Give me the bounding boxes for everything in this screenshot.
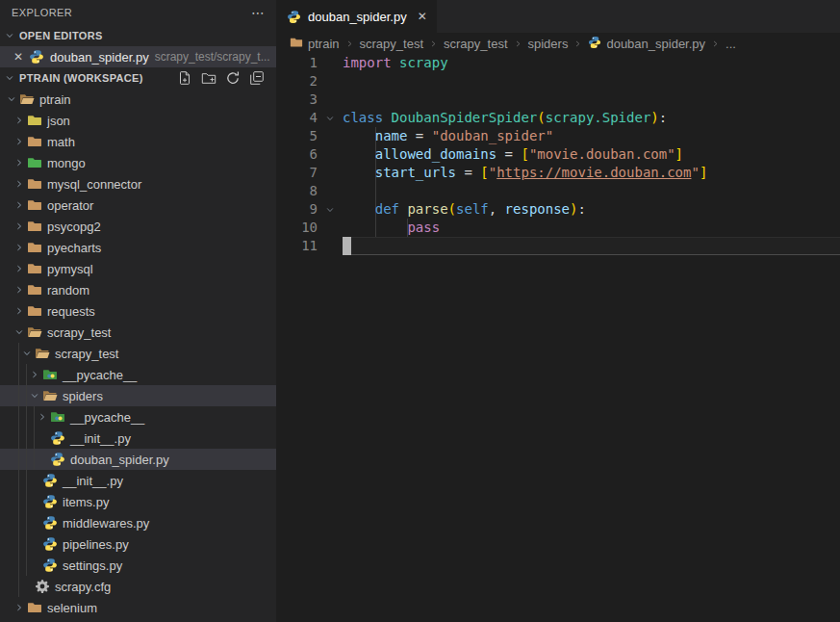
tree-item-pipelines-py[interactable]: pipelines.py (0, 533, 276, 555)
tree-item-operator[interactable]: operator (0, 194, 276, 216)
tree-item-pycache[interactable]: __pycache__ (0, 406, 276, 428)
chevron-down-icon[interactable] (12, 324, 27, 340)
line-content[interactable]: def parse(self, response): (343, 200, 840, 219)
code-line-2[interactable]: 2 (276, 72, 840, 91)
gutter: 8 (276, 182, 343, 200)
line-content[interactable] (343, 182, 840, 200)
code-line-10[interactable]: 10 pass (276, 219, 840, 237)
chevron-right-icon[interactable] (12, 197, 27, 213)
chevron-down-icon[interactable] (19, 346, 35, 361)
code-text: pass (343, 220, 440, 235)
chevron-down-icon[interactable] (27, 388, 42, 403)
tree-item-label: scrapy.cfg (55, 580, 111, 594)
line-content[interactable]: import scrapy (343, 54, 840, 72)
code-line-3[interactable]: 3 (276, 91, 840, 109)
tree-item-requests[interactable]: requests (0, 300, 276, 322)
line-number: 7 (276, 164, 318, 182)
tree-item-scrapy-test[interactable]: scrapy_test (0, 322, 276, 343)
line-content[interactable]: allowed_domains = ["movie.douban.com"] (343, 145, 840, 164)
line-content[interactable] (343, 237, 840, 255)
more-actions-icon[interactable]: ⋯ (251, 5, 265, 20)
tree-item-scrapy-test[interactable]: scrapy_test (0, 343, 276, 364)
chevron-right-icon[interactable] (12, 155, 27, 170)
breadcrumb-label: douban_spider.py (606, 37, 705, 51)
code-line-5[interactable]: 5 name = "douban_spider" (276, 127, 840, 145)
breadcrumb-item-scrapy-test[interactable]: scrapy_test (360, 37, 423, 51)
chevron-right-icon[interactable] (12, 600, 27, 615)
line-content[interactable]: class DoubanSpiderSpider(scrapy.Spider): (343, 109, 840, 127)
chevron-right-icon[interactable] (12, 240, 27, 255)
tree-item-label: math (47, 135, 75, 149)
chevron-right-icon[interactable] (12, 219, 27, 234)
open-editors-header[interactable]: OPEN EDITORS (0, 25, 276, 46)
line-content[interactable]: name = "douban_spider" (343, 127, 840, 145)
tree-item-middlewares-py[interactable]: middlewares.py (0, 512, 276, 533)
refresh-icon[interactable] (225, 70, 241, 86)
chevron-right-icon[interactable] (27, 367, 42, 382)
collapse-all-icon[interactable] (249, 70, 265, 86)
tree-item-json[interactable]: json (0, 110, 276, 131)
chevron-right-icon[interactable] (12, 113, 27, 128)
tree-item-label: __pycache__ (63, 368, 137, 382)
tree-item-ptrain[interactable]: ptrain (0, 89, 276, 110)
tree-item-selenium[interactable]: selenium (0, 597, 276, 618)
code-line-7[interactable]: 7 start_urls = ["https://movie.douban.co… (276, 164, 840, 182)
breadcrumb-item-douban-spider-py[interactable]: douban_spider.py (588, 36, 705, 52)
breadcrumb-item-[interactable]: ... (725, 37, 736, 51)
breadcrumb-item-spiders[interactable]: spiders (528, 37, 569, 51)
token-brk: ( (537, 110, 545, 125)
chevron-right-icon[interactable] (12, 134, 27, 149)
tree-item-init-py[interactable]: __init__.py (0, 470, 276, 491)
tree-item-pyecharts[interactable]: pyecharts (0, 237, 276, 258)
line-content[interactable] (343, 72, 840, 91)
code-line-6[interactable]: 6 allowed_domains = ["movie.douban.com"] (276, 145, 840, 164)
new-folder-icon[interactable] (201, 70, 216, 86)
tree-item-mysql-connector[interactable]: mysql_connector (0, 173, 276, 194)
gear-icon (35, 579, 50, 594)
fold-chevron-icon[interactable] (318, 200, 343, 219)
chevron-right-icon (345, 39, 354, 48)
line-number: 4 (276, 109, 318, 127)
fold-chevron-icon[interactable] (318, 109, 343, 127)
tree-item-init-py[interactable]: __init__.py (0, 428, 276, 449)
token-str: " (691, 165, 699, 180)
code-line-1[interactable]: 1import scrapy (276, 54, 840, 72)
code-line-4[interactable]: 4class DoubanSpiderSpider(scrapy.Spider)… (276, 109, 840, 127)
tree-item-pycache[interactable]: __pycache__ (0, 364, 276, 385)
tree-item-pymysql[interactable]: pymysql (0, 258, 276, 279)
breadcrumb-item-scrapy-test[interactable]: scrapy_test (444, 37, 507, 51)
workspace-header[interactable]: PTRAIN (WORKSPACE) (0, 67, 276, 89)
line-content[interactable] (343, 91, 840, 109)
code-line-9[interactable]: 9 def parse(self, response): (276, 200, 840, 219)
code-line-8[interactable]: 8 (276, 182, 840, 200)
tree-item-spiders[interactable]: spiders (0, 385, 276, 406)
folder-icon (27, 134, 42, 149)
chevron-right-icon[interactable] (12, 261, 27, 276)
tree-item-random[interactable]: random (0, 279, 276, 300)
chevron-right-icon[interactable] (35, 409, 50, 425)
code-editor[interactable]: 1import scrapy234class DoubanSpiderSpide… (276, 54, 840, 622)
chevron-right-icon[interactable] (12, 282, 27, 298)
tab-close-icon[interactable]: ✕ (418, 10, 427, 23)
tree-item-scrapy-cfg[interactable]: scrapy.cfg (0, 576, 276, 597)
breadcrumb-item-ptrain[interactable]: ptrain (290, 36, 340, 52)
tree-item-math[interactable]: math (0, 131, 276, 152)
code-line-11[interactable]: 11 (276, 237, 840, 255)
tree-item-psycopg2[interactable]: psycopg2 (0, 216, 276, 237)
new-file-icon[interactable] (177, 70, 192, 86)
tab-douban-spider[interactable]: douban_spider.py ✕ (276, 0, 437, 33)
tree-item-mongo[interactable]: mongo (0, 152, 276, 173)
line-content[interactable]: pass (343, 219, 840, 237)
tree-item-items-py[interactable]: items.py (0, 491, 276, 512)
chevron-down-icon[interactable] (4, 91, 19, 107)
chevron-right-icon[interactable] (12, 303, 27, 319)
tree-item-douban-spider-py[interactable]: douban_spider.py (0, 449, 276, 470)
chevron-right-icon[interactable] (12, 176, 27, 192)
tree-item-settings-py[interactable]: settings.py (0, 555, 276, 576)
line-content[interactable]: start_urls = ["https://movie.douban.com"… (343, 164, 840, 182)
close-icon[interactable]: ✕ (13, 50, 29, 64)
open-editor-item[interactable]: ✕ douban_spider.py scrapy_test/scrapy_t.… (0, 46, 276, 67)
line-number: 8 (276, 182, 318, 200)
python-icon (42, 494, 58, 509)
explorer-header: EXPLORER ⋯ (0, 0, 276, 25)
